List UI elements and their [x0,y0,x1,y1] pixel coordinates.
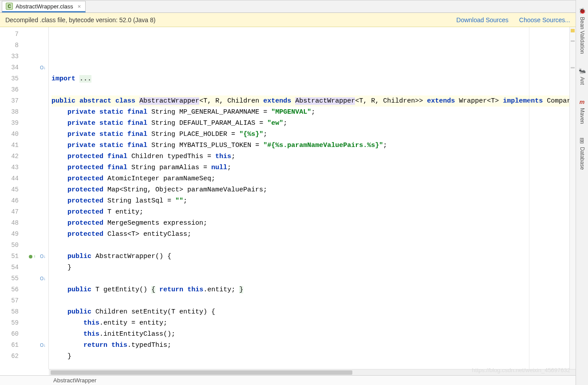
gutter-marker[interactable]: O↓ [27,273,48,284]
gutter-marker [27,329,48,340]
close-icon[interactable]: × [78,3,81,10]
line-number: 7 [0,29,27,40]
right-tool-sidebar: 🐞 Bean Validation 🐜 Ant m Maven 🗄 Databa… [576,0,588,385]
line-number: 37 [0,95,27,107]
gutter-marker [27,229,48,240]
line-number: 57 [0,295,27,306]
code-line[interactable]: protected MergeSegments expression; [51,218,569,229]
code-line[interactable] [51,240,569,251]
line-number: 60 [0,329,27,340]
code-line[interactable] [51,295,569,306]
line-number: 38 [0,107,27,118]
code-line[interactable]: protected String lastSql = ""; [51,195,569,206]
gutter-marker [27,29,48,40]
gutter-marker[interactable]: O↓ [27,340,48,351]
code-line[interactable]: } [51,351,569,362]
code-line[interactable]: protected final Children typedThis = thi… [51,151,569,162]
tool-bean-validation[interactable]: 🐞 Bean Validation [579,4,586,56]
tool-label: Maven [579,108,585,124]
stripe-mark[interactable] [571,67,575,68]
code-line[interactable]: this.entity = entity; [51,318,569,329]
choose-sources-link[interactable]: Choose Sources... [519,16,570,24]
line-number: 50 [0,240,27,251]
line-number: 54 [0,262,27,273]
bug-icon: 🐞 [579,7,586,14]
line-number: 51 [0,251,27,262]
gutter-marker [27,240,48,251]
code-line[interactable]: public abstract class AbstractWrapper<T,… [51,95,569,107]
line-number-gutter: 7833343536373839404142434445464748495051… [0,27,27,369]
line-number: 47 [0,206,27,218]
code-line[interactable]: private static final String MYBATIS_PLUS… [51,140,569,151]
line-number: 49 [0,229,27,240]
breadcrumb-item[interactable]: AbstractWrapper [53,377,96,384]
gutter-marker [27,140,48,151]
banner-message: Decompiled .class file, bytecode version… [5,16,156,24]
gutter-marker [27,51,48,62]
line-number: 42 [0,151,27,162]
line-number: 35 [0,73,27,84]
code-line[interactable] [51,62,569,73]
gutter-marker [27,206,48,218]
tool-database[interactable]: 🗄 Database [579,135,586,172]
line-number: 40 [0,129,27,140]
gutter-marker [27,95,48,107]
code-line[interactable]: protected Map<String, Object> paramNameV… [51,184,569,195]
breadcrumb-bar[interactable]: AbstractWrapper [0,375,576,385]
marker-gutter[interactable]: O↓↑ O↓O↓O↓ [27,27,49,369]
line-number: 41 [0,140,27,151]
gutter-marker [27,129,48,140]
line-number: 62 [0,351,27,362]
gutter-marker [27,84,48,95]
gutter-marker [27,107,48,118]
editor-tab-active[interactable]: C AbstractWrapper.class × [2,1,86,12]
code-line[interactable]: private static final String MP_GENERAL_P… [51,107,569,118]
code-line[interactable]: public Children setEntity(T entity) { [51,306,569,318]
gutter-marker [27,295,48,306]
tool-ant[interactable]: 🐜 Ant [579,64,586,87]
gutter-marker[interactable]: O↓ [27,62,48,73]
code-line[interactable]: private static final String DEFAULT_PARA… [51,118,569,129]
code-line[interactable]: protected AtomicInteger paramNameSeq; [51,173,569,184]
gutter-marker [27,40,48,51]
database-icon: 🗄 [579,137,586,144]
decompiled-banner: Decompiled .class file, bytecode version… [0,13,576,27]
code-line[interactable]: import ... [51,73,569,84]
scrollbar-thumb[interactable] [51,370,352,375]
code-line[interactable]: } [51,262,569,273]
gutter-marker [27,162,48,173]
class-file-icon: C [6,3,13,10]
gutter-marker[interactable]: ↑ O↓ [27,251,48,262]
gutter-marker [27,218,48,229]
code-line[interactable] [51,362,569,369]
tab-filename: AbstractWrapper.class [16,3,73,10]
line-number: 34 [0,62,27,73]
editor-tab-bar: C AbstractWrapper.class × [0,0,576,13]
download-sources-link[interactable]: Download Sources [456,16,509,24]
tool-label: Bean Validation [579,17,585,54]
stripe-mark[interactable] [571,40,575,42]
line-number: 43 [0,162,27,173]
code-line[interactable]: protected final String paramAlias = null… [51,162,569,173]
warning-indicator[interactable] [571,29,575,32]
code-line[interactable]: return this.typedThis; [51,340,569,351]
horizontal-scrollbar[interactable] [49,369,576,375]
code-line[interactable]: public T getEntity() { return this.entit… [51,284,569,295]
tool-maven[interactable]: m Maven [579,95,586,127]
code-line[interactable]: protected Class<T> entityClass; [51,229,569,240]
line-number: 45 [0,184,27,195]
code-line[interactable]: private static final String PLACE_HOLDER… [51,129,569,140]
code-line[interactable]: protected T entity; [51,206,569,218]
tool-label: Ant [579,77,585,85]
error-stripe[interactable] [569,27,576,369]
gutter-marker [27,118,48,129]
code-area[interactable]: import ... public abstract class Abstrac… [49,27,569,369]
code-line[interactable] [51,84,569,95]
ant-icon: 🐜 [579,67,586,74]
line-number: 36 [0,84,27,95]
code-line[interactable] [51,273,569,284]
gutter-marker [27,262,48,273]
code-line[interactable]: public AbstractWrapper() { [51,251,569,262]
code-line[interactable]: this.initEntityClass(); [51,329,569,340]
code-editor[interactable]: 7833343536373839404142434445464748495051… [0,27,576,369]
